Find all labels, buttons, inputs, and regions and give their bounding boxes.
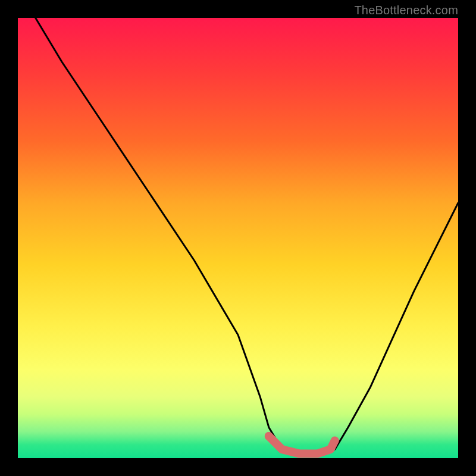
chart-svg — [18, 18, 458, 458]
series-bottleneck-curve — [36, 18, 458, 454]
plot-area — [18, 18, 458, 458]
series-layer — [36, 18, 458, 454]
watermark-text: TheBottleneck.com — [354, 4, 458, 17]
optimal-start-dot — [265, 432, 273, 440]
chart-frame: TheBottleneck.com — [0, 0, 476, 476]
series-optimal-zone-marker — [269, 436, 335, 454]
